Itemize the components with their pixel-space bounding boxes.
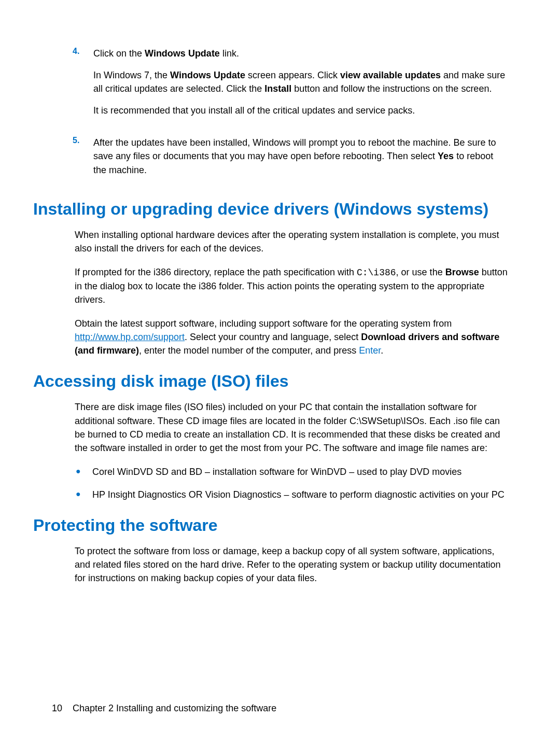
heading-installing-drivers: Installing or upgrading device drivers (… xyxy=(33,200,508,219)
page-content: 4. Click on the Windows Update link. In … xyxy=(52,47,508,585)
step-text: In Windows 7, the Windows Update screen … xyxy=(93,68,508,95)
step-text: It is recommended that you install all o… xyxy=(93,104,508,117)
page-footer: 10 Chapter 2 Installing and customizing … xyxy=(52,703,276,714)
steps-list: 4. Click on the Windows Update link. In … xyxy=(71,47,508,185)
paragraph: Obtain the latest support software, incl… xyxy=(75,317,508,357)
bullet-text: Corel WinDVD SD and BD – installation so… xyxy=(92,465,508,479)
heading-protecting-software: Protecting the software xyxy=(33,516,508,535)
heading-iso-files: Accessing disk image (ISO) files xyxy=(33,372,508,391)
section-body: When installing optional hardware device… xyxy=(75,228,508,358)
section-body: To protect the software from loss or dam… xyxy=(75,544,508,585)
bullet-icon: ● xyxy=(75,488,92,501)
page-number: 10 xyxy=(52,703,62,713)
paragraph: When installing optional hardware device… xyxy=(75,228,508,255)
chapter-label: Chapter 2 Installing and customizing the… xyxy=(73,703,276,713)
key-enter: Enter xyxy=(359,345,381,356)
paragraph: If prompted for the i386 directory, repl… xyxy=(75,265,508,306)
support-link[interactable]: http://www.hp.com/support xyxy=(75,332,185,342)
section-body: There are disk image files (ISO files) i… xyxy=(75,400,508,501)
list-item: ● Corel WinDVD SD and BD – installation … xyxy=(75,465,508,479)
step-text: After the updates have been installed, W… xyxy=(93,136,508,176)
path-text: C:\i386 xyxy=(357,268,396,278)
step-4: 4. Click on the Windows Update link. In … xyxy=(71,47,508,125)
bullet-text: HP Insight Diagnostics OR Vision Diagnos… xyxy=(92,488,508,501)
step-body: After the updates have been installed, W… xyxy=(93,136,508,185)
paragraph: There are disk image files (ISO files) i… xyxy=(75,400,508,454)
paragraph: To protect the software from loss or dam… xyxy=(75,544,508,585)
step-number: 5. xyxy=(71,136,93,185)
step-text: Click on the Windows Update link. xyxy=(93,47,508,60)
list-item: ● HP Insight Diagnostics OR Vision Diagn… xyxy=(75,488,508,501)
bullet-icon: ● xyxy=(75,465,92,479)
bullet-list: ● Corel WinDVD SD and BD – installation … xyxy=(75,465,508,501)
step-number: 4. xyxy=(71,47,93,125)
step-body: Click on the Windows Update link. In Win… xyxy=(93,47,508,125)
step-5: 5. After the updates have been installed… xyxy=(71,136,508,185)
